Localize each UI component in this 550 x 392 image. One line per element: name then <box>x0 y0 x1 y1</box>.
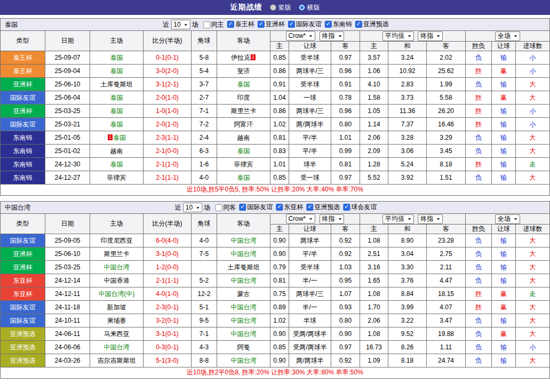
scope-select[interactable]: 全场 ▼ <box>495 31 520 41</box>
chevron-down-icon: ▼ <box>436 34 441 38</box>
team-text: 泰国 <box>110 107 123 115</box>
checkbox-checked-icon <box>276 204 283 211</box>
average-value: 平均值 <box>385 214 404 223</box>
same-venue-checkbox[interactable]: 同客 <box>215 203 236 212</box>
team-text: 中国台湾 <box>231 237 257 244</box>
result-handicap: 赢 <box>492 287 516 301</box>
average-select[interactable]: 平均值 ▼ <box>382 214 414 224</box>
score: 2-1(1-0) <box>144 158 192 171</box>
result-handicap: 输 <box>492 314 516 327</box>
avg-away-odds: 18.15 <box>427 287 466 301</box>
corner-score: 7-1 <box>192 105 217 118</box>
handicap-home-odds: 1.01 <box>270 158 289 171</box>
final-odds-select[interactable]: 终指 ▼ <box>418 31 443 41</box>
result-winloss: 胜 <box>466 65 492 78</box>
final-odds-value: 终指 <box>322 214 335 223</box>
layout-radio-horizontal[interactable]: 横版 <box>299 3 320 12</box>
home-team: 泰国 <box>90 105 144 118</box>
result-goals: 大 <box>516 327 550 341</box>
match-date: 25-09-05 <box>45 234 90 247</box>
avg-away-odds: 8.18 <box>427 158 466 171</box>
results-table: 类型 日期 主场 比分(半场) 角球 客场 Crow* ▼ 终指 ▼ <box>0 30 550 185</box>
home-team: 菲律宾 <box>90 171 144 185</box>
same-venue-checkbox[interactable]: 同主 <box>203 20 224 29</box>
corner-score: 2-7 <box>192 91 217 105</box>
result-handicap: 输 <box>492 234 516 247</box>
competition-badge: 国际友谊 <box>1 118 45 131</box>
result-goals: 大 <box>516 354 550 367</box>
competition-filter-checkbox[interactable]: 东亚杯 <box>276 203 303 212</box>
avg-away-odds: 1.51 <box>427 171 466 185</box>
match-row: 东亚杯 24-12-14 中国香港 2-1(1-1) 5-2 中国台湾 0.81… <box>1 274 550 287</box>
competition-filter-checkbox[interactable]: 亚洲预选 <box>355 20 389 29</box>
team-text: 中国香港 <box>104 277 130 284</box>
avg-away-odds: 19.88 <box>427 327 466 341</box>
col-header-away: 客场 <box>217 31 270 51</box>
team-text: 斐济 <box>237 67 250 75</box>
competition-filter-checkbox[interactable]: 国际友谊 <box>239 203 273 212</box>
match-row: 亚洲杯 25-03-25 中国台湾 1-2(0-0) 土库曼斯坦 0.79 受半… <box>1 261 550 274</box>
result-winloss: 负 <box>466 131 492 145</box>
layout-radio-vertical[interactable]: 竖版 <box>270 3 291 12</box>
score: 2-1(1-1) <box>144 274 192 287</box>
scope-select[interactable]: 全场 ▼ <box>495 214 520 224</box>
competition-badge: 国际友谊 <box>1 301 45 314</box>
avg-home-odds: 2.06 <box>360 314 388 327</box>
competition-badge: 泰王杯 <box>1 65 45 78</box>
handicap-away-odds: 1.03 <box>331 261 360 274</box>
checkbox-label: 东南锦 <box>333 20 352 29</box>
handicap-away-odds: 1.07 <box>331 287 360 301</box>
match-row: 东南锦 24-12-30 泰国 2-1(1-0) 1-6 菲律宾 1.01 球半… <box>1 158 550 171</box>
match-count-select[interactable]: 10 ▼ <box>183 203 202 212</box>
games-label: 场 <box>192 20 198 29</box>
competition-filter-checkbox[interactable]: 亚洲杯 <box>258 20 285 29</box>
final-odds-select[interactable]: 终指 ▼ <box>418 214 443 224</box>
odds-company-select[interactable]: Crow* ▼ <box>286 31 316 41</box>
handicap-home-odds: 0.85 <box>270 341 289 354</box>
competition-filter-checkbox[interactable]: 东南锦 <box>325 20 352 29</box>
avg-away-odds: 24.74 <box>427 354 466 367</box>
match-count-select[interactable]: 10 ▼ <box>171 20 190 29</box>
team-text: 斯里兰卡 <box>231 107 257 115</box>
final-odds-select[interactable]: 终指 ▼ <box>320 214 345 224</box>
competition-filter-checkbox[interactable]: 亚洲预选 <box>306 203 340 212</box>
result-handicap: 输 <box>492 158 516 171</box>
final-odds-select[interactable]: 终指 ▼ <box>320 31 345 41</box>
result-goals: 小 <box>516 105 550 118</box>
match-row: 国际友谊 25-06-04 泰国 2-0(1-0) 2-7 印度 1.04 一球… <box>1 91 550 105</box>
away-team: 印度 <box>217 91 270 105</box>
match-date: 25-09-04 <box>45 65 90 78</box>
final-odds-value: 终指 <box>420 214 433 223</box>
checkbox-label: 国际友谊 <box>247 203 273 212</box>
home-team: 斯里兰卡 <box>90 247 144 261</box>
competition-filter-checkbox[interactable]: 球会友谊 <box>343 203 377 212</box>
competition-filter-checkbox[interactable]: 国际友谊 <box>288 20 322 29</box>
result-handicap: 赢 <box>492 65 516 78</box>
away-team: 阿曼 <box>217 341 270 354</box>
average-select[interactable]: 平均值 ▼ <box>382 31 414 41</box>
away-team: 泰国 <box>217 78 270 91</box>
team-text: 阿富汗 <box>234 121 253 128</box>
handicap-home-odds: 0.79 <box>270 261 289 274</box>
avg-draw-odds: 3.04 <box>388 247 427 261</box>
sub-column-header: 让球 <box>289 42 331 51</box>
handicap-line: 受两/两球半 <box>289 341 331 354</box>
col-header-score: 比分(半场) <box>144 214 192 234</box>
team-text: 菲律宾 <box>107 174 126 181</box>
match-date: 25-09-07 <box>45 51 90 65</box>
result-header: 全场 ▼ <box>466 31 550 42</box>
result-winloss: 负 <box>466 234 492 247</box>
result-winloss: 胜 <box>466 287 492 301</box>
result-handicap: 输 <box>492 274 516 287</box>
chevron-down-icon: ▼ <box>308 217 313 221</box>
odds-company-select[interactable]: Crow* ▼ <box>286 214 316 223</box>
result-handicap: 输 <box>492 261 516 274</box>
score: 2-1(1-1) <box>144 171 192 185</box>
col-header-date: 日期 <box>45 214 90 234</box>
team-text: 马来西亚 <box>104 330 130 338</box>
corner-score: 8-8 <box>192 354 217 367</box>
handicap-line: 两球半/三 <box>289 105 331 118</box>
team-text: 土库曼斯坦 <box>101 81 133 88</box>
competition-filter-checkbox[interactable]: 泰王杯 <box>227 20 254 29</box>
avg-draw-odds: 9.52 <box>388 327 427 341</box>
